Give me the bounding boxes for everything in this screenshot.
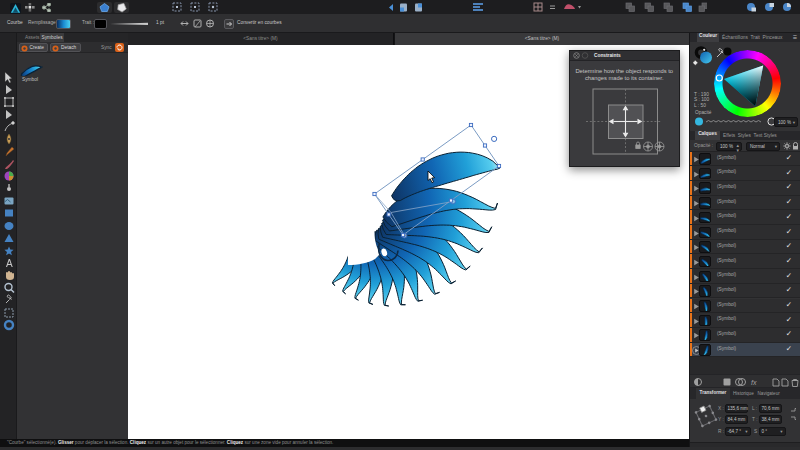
svg-text:A: A xyxy=(6,258,13,269)
svg-text:fx: fx xyxy=(751,379,757,386)
